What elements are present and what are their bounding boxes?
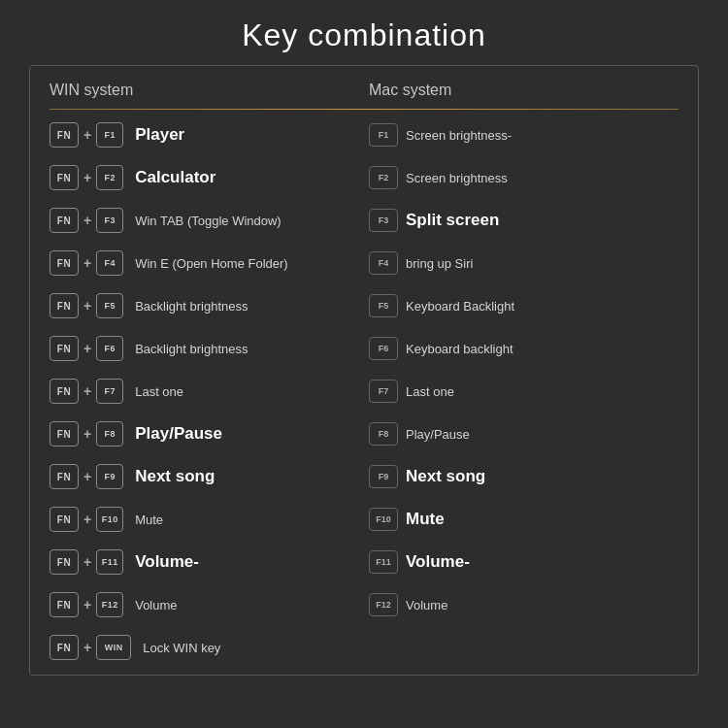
- plus-sign: +: [83, 469, 91, 484]
- mac-label: Next song: [406, 467, 485, 486]
- plus-sign: +: [83, 170, 91, 185]
- fn-key: FN: [50, 293, 79, 318]
- mac-f-key: F10: [369, 508, 398, 531]
- table-row: FN+F5Backlight brightnessF5Keyboard Back…: [30, 284, 698, 327]
- win-side: FN+F9Next song: [50, 464, 359, 489]
- fn-key: FN: [50, 635, 79, 660]
- mac-f-key: F8: [369, 422, 398, 446]
- mac-side: F4bring up Siri: [359, 251, 678, 275]
- plus-sign: +: [83, 426, 91, 442]
- f-key: F10: [96, 507, 123, 532]
- mac-f-key: F6: [369, 337, 398, 360]
- table-row: FN+F1PlayerF1Screen brightness-: [30, 114, 698, 156]
- plus-sign: +: [83, 640, 91, 655]
- win-label: Backlight brightness: [135, 342, 248, 356]
- f-key: WIN: [96, 635, 131, 660]
- mac-f-key: F11: [369, 550, 398, 574]
- fn-key: FN: [50, 208, 79, 233]
- plus-sign: +: [83, 597, 91, 612]
- win-label: Volume: [135, 598, 177, 612]
- plus-sign: +: [83, 298, 91, 314]
- f-key: F3: [96, 208, 123, 233]
- mac-side: F8Play/Pause: [359, 422, 678, 446]
- mac-label: Screen brightness-: [406, 128, 512, 143]
- win-label: Calculator: [135, 168, 215, 187]
- mac-side: F10Mute: [359, 508, 678, 531]
- f-key: F1: [96, 122, 123, 148]
- fn-key: FN: [50, 379, 79, 404]
- win-label: Backlight brightness: [135, 299, 248, 314]
- f-key: F6: [96, 336, 123, 361]
- win-label: Player: [135, 125, 184, 145]
- fn-key: FN: [50, 165, 79, 190]
- win-label: Win E (Open Home Folder): [135, 256, 288, 271]
- mac-side: F12Volume: [359, 593, 678, 616]
- win-side: FN+F4Win E (Open Home Folder): [50, 250, 359, 276]
- fn-key: FN: [50, 122, 79, 148]
- plus-sign: +: [83, 213, 91, 228]
- mac-f-key: F9: [369, 465, 398, 488]
- mac-side: F9Next song: [359, 465, 678, 488]
- table-row: FN+F6Backlight brightnessF6Keyboard back…: [30, 327, 698, 370]
- f-key: F8: [96, 421, 123, 447]
- mac-side: F1Screen brightness-: [359, 123, 678, 147]
- mac-side: F3Split screen: [359, 209, 678, 232]
- mac-f-key: F3: [369, 209, 398, 232]
- win-system-header: WIN system: [50, 82, 359, 99]
- fn-key: FN: [50, 336, 79, 361]
- win-side: FN+F1Player: [50, 122, 359, 148]
- plus-sign: +: [83, 383, 91, 399]
- table-row: FN+F4Win E (Open Home Folder)F4bring up …: [30, 242, 698, 284]
- f-key: F7: [96, 379, 123, 404]
- page-title: Key combination: [0, 0, 728, 65]
- win-label: Mute: [135, 513, 163, 527]
- f-key: F5: [96, 293, 123, 318]
- mac-label: Mute: [406, 510, 445, 529]
- mac-side: F5Keyboard Backlight: [359, 294, 678, 317]
- table-row: FN+F8Play/PauseF8Play/Pause: [30, 413, 698, 455]
- mac-system-header: Mac system: [359, 82, 678, 99]
- win-label: Last one: [135, 384, 183, 399]
- table-row: FN+F11Volume-F11Volume-: [30, 541, 698, 583]
- table-row: FN+WINLock WIN key: [30, 626, 698, 669]
- mac-f-key: F4: [369, 251, 398, 275]
- mac-label: bring up Siri: [406, 256, 473, 271]
- win-side: FN+F2Calculator: [50, 165, 359, 190]
- f-key: F11: [96, 549, 123, 575]
- f-key: F9: [96, 464, 123, 489]
- mac-label: Keyboard backlight: [406, 342, 513, 356]
- key-combination-table: WIN system Mac system FN+F1PlayerF1Scree…: [29, 65, 699, 676]
- mac-f-key: F2: [369, 166, 398, 189]
- header-divider: [50, 109, 678, 110]
- mac-f-key: F1: [369, 123, 398, 147]
- win-side: FN+F6Backlight brightness: [50, 336, 359, 361]
- win-side: FN+F10Mute: [50, 507, 359, 532]
- mac-label: Keyboard Backlight: [406, 299, 514, 314]
- table-row: FN+F10MuteF10Mute: [30, 498, 698, 541]
- win-label: Win TAB (Toggle Window): [135, 214, 281, 228]
- fn-key: FN: [50, 507, 79, 532]
- table-row: FN+F3Win TAB (Toggle Window)F3Split scre…: [30, 199, 698, 242]
- win-side: FN+F3Win TAB (Toggle Window): [50, 208, 359, 233]
- fn-key: FN: [50, 549, 79, 575]
- rows-container: FN+F1PlayerF1Screen brightness-FN+F2Calc…: [30, 114, 698, 669]
- win-side: FN+F11Volume-: [50, 549, 359, 575]
- mac-label: Volume-: [406, 552, 470, 572]
- plus-sign: +: [83, 512, 91, 527]
- f-key: F12: [96, 592, 123, 617]
- mac-label: Play/Pause: [406, 427, 470, 442]
- f-key: F2: [96, 165, 123, 190]
- win-label: Next song: [135, 467, 215, 486]
- mac-label: Volume: [406, 598, 447, 612]
- win-side: FN+F12Volume: [50, 592, 359, 617]
- mac-side: F2Screen brightness: [359, 166, 678, 189]
- win-side: FN+F7Last one: [50, 379, 359, 404]
- mac-side: F11Volume-: [359, 550, 678, 574]
- win-label: Volume-: [135, 552, 199, 572]
- win-label: Lock WIN key: [143, 641, 220, 655]
- f-key: F4: [96, 250, 123, 276]
- mac-label: Last one: [406, 384, 454, 399]
- win-side: FN+F5Backlight brightness: [50, 293, 359, 318]
- win-side: FN+F8Play/Pause: [50, 421, 359, 447]
- mac-f-key: F5: [369, 294, 398, 317]
